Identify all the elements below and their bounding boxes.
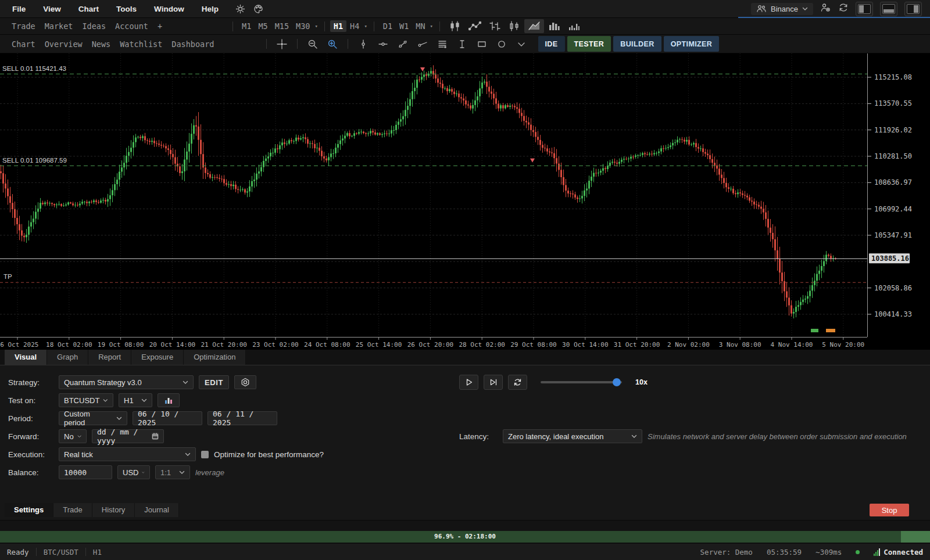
edit-strategy-button[interactable]: EDIT <box>199 375 229 389</box>
tf-h1[interactable]: H1 <box>330 20 346 32</box>
forward-select[interactable]: No <box>59 429 87 443</box>
tab-visual[interactable]: Visual <box>5 350 47 365</box>
mode-ide-button[interactable]: IDE <box>538 36 565 52</box>
symbol-select[interactable]: BTCUSDT <box>59 393 113 407</box>
ohlc-bars-icon[interactable] <box>485 19 505 33</box>
nav-news[interactable]: News <box>87 40 116 49</box>
forward-date-input[interactable]: dd / mm / yyyy <box>92 429 164 443</box>
optimize-checkbox-label[interactable]: Optimize for best performance? <box>214 450 324 459</box>
exchange-selector[interactable]: Binance <box>751 3 813 15</box>
histogram-icon[interactable] <box>564 19 584 33</box>
status-timeframe[interactable]: H1 <box>93 548 102 557</box>
tab-settings[interactable]: Settings <box>5 503 53 517</box>
menu-chart[interactable]: Chart <box>70 5 108 13</box>
menu-view[interactable]: View <box>34 5 70 13</box>
rectangle-tool-icon[interactable] <box>472 37 492 51</box>
fib-levels-tool-icon[interactable] <box>432 37 452 51</box>
leverage-select[interactable]: 1:1 <box>155 465 190 479</box>
tab-optimization[interactable]: Optimization <box>184 350 246 365</box>
latency-select[interactable]: Zero latency, ideal execution <box>503 429 642 443</box>
hexagon-gear-icon <box>241 378 250 387</box>
tab-trade[interactable]: Trade <box>7 21 40 31</box>
account-settings-icon[interactable] <box>820 3 831 15</box>
settings-gear-icon[interactable] <box>235 4 245 14</box>
tab-history[interactable]: History <box>92 503 135 517</box>
nav-overview[interactable]: Overview <box>40 40 87 49</box>
layout-right-panel-icon[interactable] <box>904 2 922 16</box>
menu-tools[interactable]: Tools <box>108 5 145 13</box>
tab-account[interactable]: Account <box>110 21 153 31</box>
tab-trade[interactable]: Trade <box>53 503 92 517</box>
hollow-candles-icon[interactable] <box>505 19 524 33</box>
calendar-icon[interactable] <box>152 433 159 440</box>
execution-select[interactable]: Real tick <box>59 447 196 461</box>
horizontal-line-tool-icon[interactable] <box>373 37 393 51</box>
tf-h4[interactable]: H4 <box>346 20 363 32</box>
price-chart[interactable]: SELL 0.01 115421.43SELL 0.01 109687.59TP… <box>0 53 930 350</box>
layout-bottom-panel-icon[interactable] <box>880 2 897 16</box>
area-chart-icon[interactable] <box>524 19 544 33</box>
volume-columns-icon[interactable] <box>544 19 564 33</box>
period-to-input[interactable]: 06 / 11 / 2025 <box>208 411 277 425</box>
tab-ideas[interactable]: Ideas <box>77 21 110 31</box>
step-forward-button[interactable] <box>484 375 503 390</box>
more-tools-chevron-icon[interactable] <box>512 37 531 51</box>
layout-left-panel-icon[interactable] <box>856 2 873 16</box>
trend-line-tool-icon[interactable] <box>393 37 413 51</box>
tf-days-caret-icon[interactable]: ▾ <box>430 23 433 29</box>
connection-status[interactable]: Connected <box>874 548 923 557</box>
strategy-select[interactable]: Quantum Strategy v3.0 <box>59 375 194 389</box>
speed-slider[interactable] <box>541 381 622 383</box>
optimize-checkbox[interactable] <box>201 451 209 458</box>
tf-w1[interactable]: W1 <box>396 20 412 32</box>
restart-loop-button[interactable] <box>508 375 527 390</box>
tab-exposure[interactable]: Exposure <box>131 350 184 365</box>
zoom-in-icon[interactable] <box>323 37 342 51</box>
tf-m30[interactable]: M30 <box>292 20 313 32</box>
mode-optimizer-button[interactable]: OPTIMIZER <box>664 36 720 52</box>
tab-journal[interactable]: Journal <box>135 503 179 517</box>
statusbar: Ready BTC/USDT H1 Server: Demo 05:35:59 … <box>0 543 930 560</box>
tab-market[interactable]: Market <box>40 21 78 31</box>
nav-dashboard[interactable]: Dashboard <box>167 40 219 49</box>
add-tab-button[interactable]: + <box>153 21 167 31</box>
menu-help[interactable]: Help <box>193 5 227 13</box>
crosshair-icon[interactable] <box>272 37 292 51</box>
period-mode-select[interactable]: Custom period <box>59 411 127 425</box>
symbol-chart-button[interactable] <box>158 393 180 407</box>
mode-builder-button[interactable]: BUILDER <box>613 36 661 52</box>
play-button[interactable] <box>459 375 478 390</box>
status-symbol[interactable]: BTC/USDT <box>44 548 78 557</box>
tab-graph[interactable]: Graph <box>47 350 88 365</box>
theme-palette-icon[interactable] <box>253 4 263 14</box>
text-tool-icon[interactable] <box>452 37 472 51</box>
menu-window[interactable]: Window <box>145 5 193 13</box>
tab-report[interactable]: Report <box>88 350 131 365</box>
mode-tester-button[interactable]: TESTER <box>567 36 611 52</box>
ellipse-tool-icon[interactable] <box>492 37 512 51</box>
tf-mn[interactable]: MN <box>412 20 428 32</box>
tf-hours-caret-icon[interactable]: ▾ <box>364 23 367 29</box>
balance-input[interactable]: 10000 <box>59 465 112 479</box>
sync-icon[interactable] <box>838 3 849 15</box>
ray-tool-icon[interactable] <box>413 37 432 51</box>
zoom-out-icon[interactable] <box>303 37 323 51</box>
vertical-line-tool-icon[interactable] <box>353 37 373 51</box>
tf-m5[interactable]: M5 <box>255 20 271 32</box>
tf-m15[interactable]: M15 <box>271 20 292 32</box>
tf-minutes-caret-icon[interactable]: ▾ <box>314 23 317 29</box>
tf-m1[interactable]: M1 <box>238 20 255 32</box>
candlestick-chart-icon[interactable] <box>445 19 465 33</box>
svg-text:2 Nov 02:00: 2 Nov 02:00 <box>667 341 710 349</box>
speed-slider-thumb[interactable] <box>613 378 621 386</box>
currency-select[interactable]: USD <box>117 465 150 479</box>
strategy-settings-button[interactable] <box>234 375 256 389</box>
timeframe-select[interactable]: H1 <box>119 393 152 407</box>
nav-watchlist[interactable]: Watchlist <box>115 40 167 49</box>
line-chart-icon[interactable] <box>465 19 485 33</box>
tf-d1[interactable]: D1 <box>380 20 396 32</box>
period-from-input[interactable]: 06 / 10 / 2025 <box>133 411 202 425</box>
nav-chart[interactable]: Chart <box>7 40 40 49</box>
menu-file[interactable]: File <box>3 5 34 13</box>
stop-button[interactable]: Stop <box>870 504 909 516</box>
